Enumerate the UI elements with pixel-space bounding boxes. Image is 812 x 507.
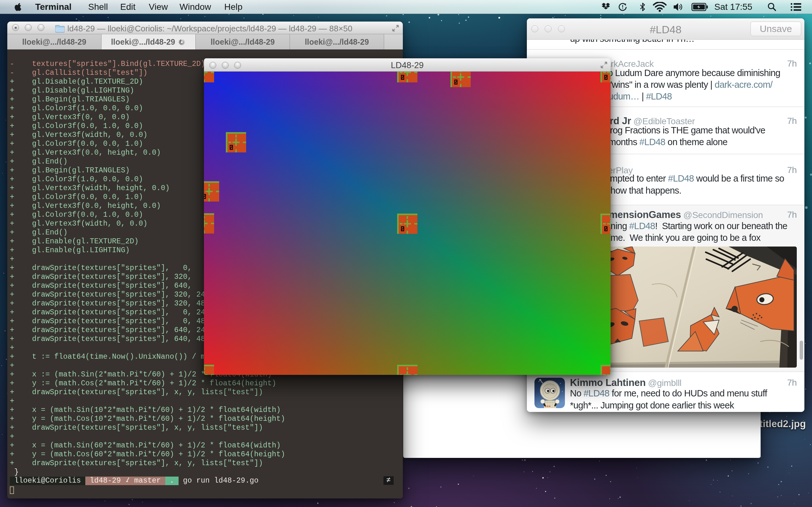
svg-text:!: !	[622, 4, 623, 10]
